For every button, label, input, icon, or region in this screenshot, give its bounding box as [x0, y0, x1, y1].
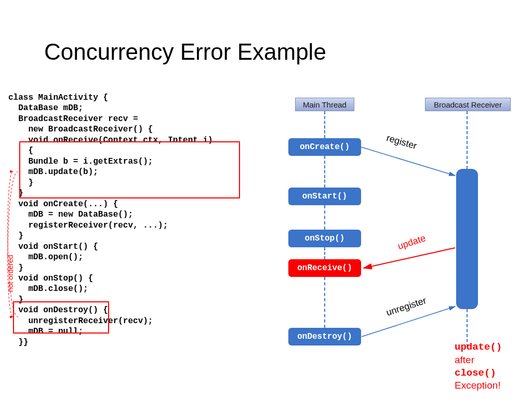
lifeline-main-2 [324, 156, 325, 188]
label-update: update [396, 233, 427, 252]
highlight-box-onreceive [19, 141, 240, 198]
slide-title: Concurrency Error Example [44, 39, 326, 65]
error-update: update() [455, 341, 502, 353]
receiver-activation-bar [456, 169, 478, 309]
lifeline-main-4 [324, 247, 325, 259]
box-ondestroy: onDestroy() [288, 328, 361, 345]
label-unregister: unregister [385, 295, 428, 318]
label-register: register [385, 132, 418, 152]
error-after: after [455, 354, 474, 365]
box-onstart: onStart() [288, 188, 361, 205]
lifeline-main-3 [324, 205, 325, 230]
error-close: close() [455, 367, 496, 379]
header-broadcast-receiver: Broadcast Receiver [425, 98, 511, 111]
lifeline-recv-1 [467, 111, 468, 169]
lifeline-main-1 [324, 111, 325, 138]
box-oncreate: onCreate() [288, 138, 361, 156]
error-text: update() after close() Exception! [455, 340, 502, 392]
box-onreceive: onReceive() [288, 259, 361, 277]
lifeline-main-5 [324, 277, 325, 328]
highlight-box-onstop [13, 301, 109, 334]
svg-line-0 [361, 147, 455, 176]
svg-line-1 [364, 248, 455, 268]
box-onstop: onStop() [288, 230, 361, 247]
header-main-thread: Main Thread [295, 98, 354, 111]
error-exception: Exception! [455, 380, 501, 391]
not-ordered-label: not ordered [6, 255, 15, 292]
